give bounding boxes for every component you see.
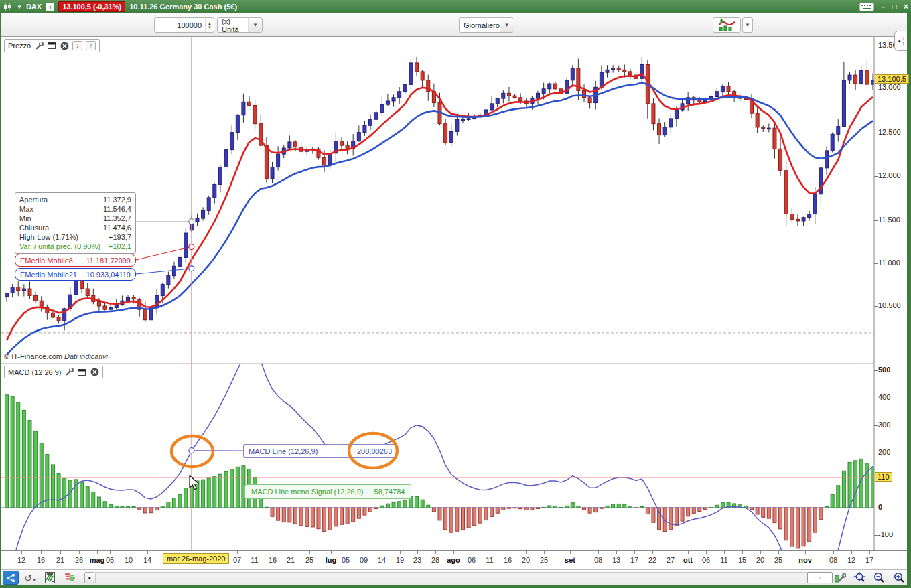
price-axis-tick — [874, 133, 878, 133]
tooltip-row-label: Chiusura — [19, 223, 49, 232]
copyright-note: © IT-Finance.com Dati indicativi — [4, 352, 108, 360]
axis-setup-button[interactable] — [832, 571, 847, 585]
chart-style-button[interactable] — [713, 17, 741, 33]
macd-axis-label: 500 — [878, 366, 890, 374]
unit-select-value: (x) Unità — [218, 17, 248, 33]
x-axis-label: 13 — [612, 556, 620, 564]
timeframe-select-value: Giornaliero — [460, 21, 500, 29]
detach-window-icon[interactable] — [47, 42, 56, 50]
x-axis-label: 10 — [125, 556, 133, 564]
x-axis-label: 21 — [56, 556, 64, 564]
chart-style-icon — [718, 19, 735, 31]
order-book-button[interactable] — [62, 571, 77, 585]
macd-histogram-tag[interactable]: MACD Line meno Signal (12,26,9) 58,74784 — [244, 484, 411, 499]
x-axis-tick — [346, 551, 346, 554]
quantity-value[interactable]: 100000 — [155, 21, 205, 29]
x-axis-label: 08 — [829, 556, 837, 564]
maximize-icon[interactable]: □ — [892, 2, 897, 11]
crosshair-date-badge: mar 26-mag-2020 — [163, 553, 229, 564]
x-axis-tick — [255, 551, 255, 554]
tooltip-row: Max11.546,4 — [19, 204, 131, 214]
macd-histogram-value: 58,74784 — [374, 488, 405, 496]
macd-axis-tick — [874, 508, 878, 508]
chart-canvas[interactable] — [1, 37, 907, 550]
tooltip-row-value: 11.546,4 — [103, 204, 131, 214]
symbol-dropdown-icon[interactable]: ▼ — [17, 4, 22, 10]
sell-arrow-icon[interactable]: ↓ — [72, 41, 82, 50]
close-pane-icon[interactable] — [60, 42, 69, 50]
close-icon[interactable]: × — [904, 2, 908, 11]
x-axis-tick — [364, 551, 364, 554]
quantity-stepper[interactable]: 100000 ▲ ▼ — [154, 17, 214, 33]
zoom-fit-button[interactable] — [852, 571, 867, 585]
tooltip-row-label: Var. / unità prec. (0,90%) — [19, 242, 100, 251]
x-axis-tick — [79, 551, 80, 554]
tooltip-row-label: Apertura — [19, 195, 48, 204]
last-price-badge: 13.100,5 — [875, 74, 909, 84]
macd-settings-wrench-icon[interactable] — [64, 368, 74, 376]
timeframe-select[interactable]: Giornaliero ▼ — [459, 17, 514, 33]
quantity-spinner-arrows[interactable]: ▲ ▼ — [205, 18, 214, 32]
unit-select[interactable]: (x) Unità ▼ — [217, 17, 263, 33]
x-axis-tick — [97, 551, 98, 554]
zoom-out-button[interactable] — [871, 571, 887, 585]
x-axis-tick — [652, 551, 653, 554]
x-axis-tick — [671, 551, 671, 554]
x-axis-tick — [453, 551, 454, 554]
buy-arrow-icon[interactable]: ↑ — [86, 41, 96, 50]
x-axis-label: 12 — [847, 556, 855, 564]
x-axis-tick — [472, 551, 472, 554]
x-axis-tick — [760, 551, 761, 554]
x-axis-tick — [21, 551, 22, 554]
x-axis-tick — [147, 551, 148, 554]
spinner-down-icon[interactable]: ▼ — [208, 25, 212, 29]
x-axis-tick — [616, 551, 617, 554]
share-button[interactable] — [3, 571, 19, 585]
info-icon[interactable]: i — [46, 3, 54, 11]
x-axis-label: 28 — [431, 556, 439, 564]
tooltip-row: Apertura11.372,9 — [19, 195, 131, 204]
scrollbar-thumb[interactable]: ≡ — [807, 572, 833, 583]
keyboard-icon[interactable] — [859, 3, 874, 11]
news-button[interactable] — [42, 571, 58, 585]
side-panel-pull-tab[interactable]: ◄ ↓ ↑ — [894, 31, 907, 51]
x-axis-tick — [526, 551, 527, 554]
instrument-title: 10.11.26 Germany 30 Cash (5€) — [129, 3, 237, 11]
x-axis-label: 14 — [378, 556, 386, 564]
live-price-badge: 13.100,5 (-0,31%) — [58, 1, 125, 12]
macd-detach-window-icon[interactable] — [77, 368, 86, 376]
undo-dropdown-icon: ▼ — [32, 577, 37, 582]
undo-icon: ↺ — [24, 573, 32, 583]
transfer-arrows-icon: ↓ ↑ — [902, 35, 905, 46]
x-axis-label: 06 — [702, 556, 710, 564]
macd-axis-tick — [874, 370, 878, 371]
symbol-label[interactable]: DAX — [26, 3, 42, 11]
tooltip-row: Var. / unità prec. (0,90%)+102,1 — [19, 242, 131, 251]
tooltip-row-label: Min — [19, 214, 31, 223]
x-axis-label: 12 — [17, 556, 25, 564]
chart-scrollbar[interactable]: ≡ — [95, 572, 818, 583]
x-axis-label: 25 — [774, 556, 782, 564]
price-pane-title: Prezzo — [8, 42, 31, 50]
macd-line-tag[interactable]: MACD Line (12,26,9) 208,00263 — [243, 444, 397, 458]
price-axis-tick — [874, 46, 878, 46]
settings-wrench-icon[interactable] — [34, 42, 44, 50]
minimize-icon[interactable]: – — [881, 2, 886, 11]
macd-close-pane-icon[interactable] — [90, 368, 99, 376]
timeframe-dropdown-icon[interactable]: ▼ — [500, 18, 514, 32]
tooltip-row-value: 11.474,6 — [103, 223, 131, 232]
macd-pane-title: MACD (12 26 9) — [8, 368, 61, 376]
x-axis-tick — [742, 551, 743, 554]
chart-area[interactable]: Prezzo ↓ ↑ MACD (12 26 9) — [1, 37, 907, 550]
x-axis-label: ott — [683, 556, 693, 564]
zoom-in-button[interactable] — [892, 571, 907, 585]
scroll-left-button[interactable]: ◄ — [84, 572, 94, 583]
chart-style-dropdown[interactable]: ▼ — [742, 17, 753, 33]
macd-axis-label: -100 — [878, 530, 893, 538]
x-axis-tick — [110, 551, 111, 554]
x-axis-label: 11 — [720, 556, 727, 564]
time-axis: mar 26-mag-2020 12162126mag0510140711162… — [1, 550, 907, 569]
x-axis-tick — [634, 551, 635, 554]
undo-history-button[interactable]: ↺ ▼ — [23, 571, 38, 585]
unit-dropdown-icon[interactable]: ▼ — [248, 18, 262, 32]
